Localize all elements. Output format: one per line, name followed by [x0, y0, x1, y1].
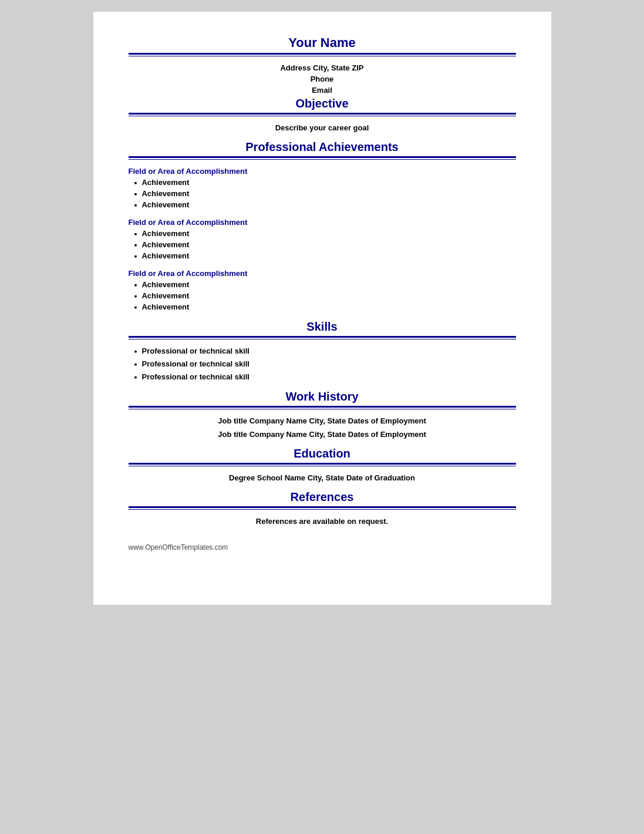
skills-heading: Skills	[129, 320, 516, 334]
achievements-block-2: Field or Area of Accomplishment Achievem…	[129, 218, 516, 261]
education-heading: Education	[129, 447, 516, 460]
resume-page: Your Name Address City, State ZIP Phone …	[93, 12, 551, 605]
achievement-item: Achievement	[134, 291, 516, 301]
objective-section: Objective Describe your career goal	[129, 97, 516, 132]
achievements-block-1: Field or Area of Accomplishment Achievem…	[129, 167, 516, 210]
achievements-section: Professional Achievements Field or Area …	[129, 140, 516, 312]
achievement-item: Achievement	[134, 178, 516, 187]
skills-list: Professional or technical skill Professi…	[134, 347, 516, 382]
achievement-item: Achievement	[134, 240, 516, 250]
footer-url: www.OpenOfficeTemplates.com	[129, 543, 516, 551]
skill-item-3: Professional or technical skill	[134, 372, 516, 382]
work-entry-1: Job title Company Name City, State Dates…	[129, 416, 516, 425]
skill-item-2: Professional or technical skill	[134, 359, 516, 369]
achievements-block-3: Field or Area of Accomplishment Achievem…	[129, 269, 516, 312]
phone: Phone	[129, 75, 516, 83]
achievement-item: Achievement	[134, 251, 516, 261]
education-entry-1: Degree School Name City, State Date of G…	[129, 473, 516, 482]
achievement-item: Achievement	[134, 302, 516, 312]
name-section: Your Name Address City, State ZIP Phone …	[129, 35, 516, 95]
field-label-1: Field or Area of Accomplishment	[129, 167, 516, 176]
achievement-list-1: Achievement Achievement Achievement	[134, 178, 516, 210]
achievement-item: Achievement	[134, 280, 516, 290]
achievements-heading: Professional Achievements	[129, 140, 516, 154]
work-entry-2: Job title Company Name City, State Dates…	[129, 430, 516, 439]
achievement-list-3: Achievement Achievement Achievement	[134, 280, 516, 312]
references-heading: References	[129, 490, 516, 504]
skills-section: Skills Professional or technical skill P…	[129, 320, 516, 382]
objective-content: Describe your career goal	[129, 123, 516, 132]
candidate-name: Your Name	[129, 35, 516, 51]
achievement-list-2: Achievement Achievement Achievement	[134, 229, 516, 261]
work-history-heading: Work History	[129, 390, 516, 403]
field-label-2: Field or Area of Accomplishment	[129, 218, 516, 227]
objective-heading: Objective	[129, 97, 516, 110]
references-section: References References are available on r…	[129, 490, 516, 526]
field-label-3: Field or Area of Accomplishment	[129, 269, 516, 278]
work-history-section: Work History Job title Company Name City…	[129, 390, 516, 439]
achievement-item: Achievement	[134, 229, 516, 238]
skill-item-1: Professional or technical skill	[134, 347, 516, 356]
achievement-item: Achievement	[134, 189, 516, 199]
email: Email	[129, 86, 516, 95]
achievement-item: Achievement	[134, 200, 516, 210]
references-content: References are available on request.	[129, 517, 516, 526]
education-section: Education Degree School Name City, State…	[129, 447, 516, 482]
address: Address City, State ZIP	[129, 63, 516, 72]
